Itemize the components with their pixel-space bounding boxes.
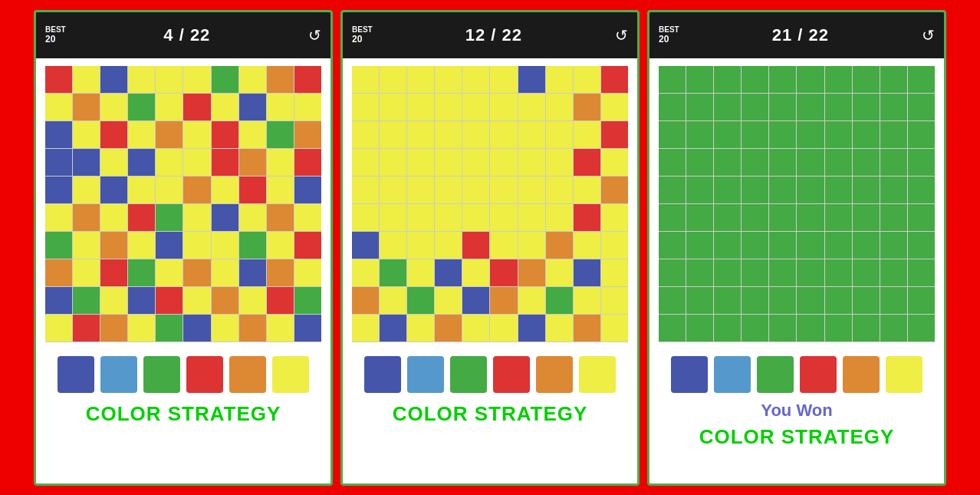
grid-cell[interactable]: [601, 177, 628, 203]
grid-cell[interactable]: [659, 94, 686, 120]
grid-cell[interactable]: [908, 149, 935, 176]
grid-cell[interactable]: [825, 94, 852, 120]
grid-cell[interactable]: [462, 177, 489, 203]
grid-cell[interactable]: [769, 149, 796, 176]
grid-cell[interactable]: [212, 177, 238, 203]
grid-cell[interactable]: [574, 204, 600, 231]
grid-cell[interactable]: [742, 204, 768, 231]
grid-cell[interactable]: [352, 66, 379, 93]
grid-cell[interactable]: [518, 177, 545, 203]
grid-cell[interactable]: [73, 149, 100, 176]
grid-cell[interactable]: [742, 66, 768, 93]
grid-cell[interactable]: [825, 177, 852, 203]
grid-cell[interactable]: [797, 315, 824, 342]
grid-cell[interactable]: [100, 177, 127, 203]
grid-cell[interactable]: [825, 232, 852, 259]
grid-cell[interactable]: [769, 232, 796, 259]
grid-cell[interactable]: [407, 204, 434, 231]
grid-cell[interactable]: [352, 287, 379, 314]
reset-button[interactable]: ↺: [308, 26, 321, 45]
grid-cell[interactable]: [183, 177, 210, 203]
grid-cell[interactable]: [294, 315, 321, 342]
grid-cell[interactable]: [212, 287, 238, 314]
grid-cell[interactable]: [574, 121, 600, 148]
grid-cell[interactable]: [742, 315, 768, 342]
grid-cell[interactable]: [853, 204, 880, 231]
reset-button[interactable]: ↺: [615, 26, 628, 45]
grid-cell[interactable]: [183, 287, 210, 314]
grid-cell[interactable]: [128, 94, 155, 120]
grid-cell[interactable]: [546, 94, 573, 120]
grid-cell[interactable]: [380, 315, 406, 342]
grid-cell[interactable]: [908, 121, 935, 148]
grid-cell[interactable]: [156, 204, 183, 231]
grid-cell[interactable]: [659, 287, 686, 314]
grid-cell[interactable]: [574, 149, 600, 176]
grid-cell[interactable]: [435, 94, 462, 120]
grid-cell[interactable]: [352, 94, 379, 120]
grid-cell[interactable]: [352, 232, 379, 259]
grid-cell[interactable]: [908, 66, 935, 93]
grid-cell[interactable]: [435, 149, 462, 176]
grid-cell[interactable]: [380, 94, 406, 120]
grid-cell[interactable]: [574, 177, 600, 203]
grid-cell[interactable]: [183, 94, 210, 120]
grid-cell[interactable]: [659, 232, 686, 259]
grid-cell[interactable]: [294, 177, 321, 203]
grid-cell[interactable]: [769, 94, 796, 120]
grid-cell[interactable]: [769, 287, 796, 314]
grid-cell[interactable]: [686, 259, 713, 286]
grid-cell[interactable]: [45, 121, 72, 148]
grid-cell[interactable]: [212, 259, 238, 286]
grid-cell[interactable]: [128, 259, 155, 286]
grid-cell[interactable]: [294, 232, 321, 259]
grid-cell[interactable]: [100, 204, 127, 231]
grid-cell[interactable]: [825, 259, 852, 286]
grid-cell[interactable]: [73, 121, 100, 148]
grid-cell[interactable]: [380, 121, 406, 148]
grid-cell[interactable]: [294, 259, 321, 286]
grid-cell[interactable]: [546, 287, 573, 314]
grid-cell[interactable]: [659, 121, 686, 148]
grid-cell[interactable]: [574, 259, 600, 286]
grid-cell[interactable]: [267, 149, 294, 176]
grid-cell[interactable]: [212, 121, 238, 148]
grid-cell[interactable]: [156, 149, 183, 176]
grid-cell[interactable]: [490, 204, 517, 231]
grid-cell[interactable]: [183, 259, 210, 286]
grid-cell[interactable]: [462, 149, 489, 176]
grid-cell[interactable]: [546, 259, 573, 286]
grid-cell[interactable]: [183, 232, 210, 259]
grid-cell[interactable]: [797, 94, 824, 120]
grid-cell[interactable]: [352, 259, 379, 286]
grid-cell[interactable]: [380, 149, 406, 176]
grid-cell[interactable]: [239, 259, 266, 286]
grid-cell[interactable]: [908, 287, 935, 314]
grid-cell[interactable]: [239, 177, 266, 203]
color-button-5[interactable]: [272, 356, 309, 393]
grid-cell[interactable]: [239, 204, 266, 231]
grid-cell[interactable]: [45, 232, 72, 259]
grid-cell[interactable]: [601, 232, 628, 259]
grid-cell[interactable]: [435, 287, 462, 314]
grid-cell[interactable]: [73, 204, 100, 231]
grid-cell[interactable]: [435, 66, 462, 93]
grid-cell[interactable]: [742, 177, 768, 203]
grid-cell[interactable]: [156, 66, 183, 93]
reset-button[interactable]: ↺: [922, 26, 935, 45]
grid-cell[interactable]: [212, 315, 238, 342]
color-button-3[interactable]: [493, 356, 530, 393]
grid-cell[interactable]: [407, 287, 434, 314]
grid-cell[interactable]: [156, 287, 183, 314]
color-button-3[interactable]: [800, 356, 837, 393]
grid-cell[interactable]: [686, 94, 713, 120]
grid-cell[interactable]: [769, 66, 796, 93]
grid-cell[interactable]: [294, 121, 321, 148]
grid-cell[interactable]: [742, 259, 768, 286]
grid-cell[interactable]: [267, 287, 294, 314]
grid-cell[interactable]: [45, 204, 72, 231]
grid-cell[interactable]: [212, 66, 238, 93]
grid-cell[interactable]: [267, 121, 294, 148]
grid-cell[interactable]: [853, 121, 880, 148]
grid-cell[interactable]: [714, 177, 741, 203]
